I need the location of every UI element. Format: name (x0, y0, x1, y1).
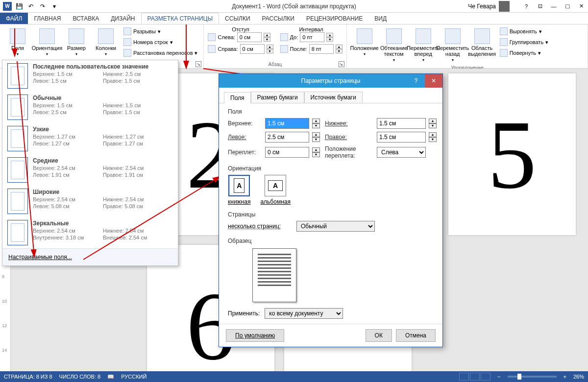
spin-up[interactable]: ▲ (312, 132, 320, 137)
spacing-after-input[interactable] (309, 44, 334, 54)
spin-up[interactable]: ▲ (312, 119, 320, 123)
position-button[interactable]: Положение▾ (351, 26, 378, 64)
word-icon[interactable]: W (2, 1, 13, 12)
tab-file[interactable]: ФАЙЛ (0, 13, 28, 24)
margin-preset-title: Зеркальные (33, 220, 173, 227)
page-5[interactable]: 5 (448, 73, 576, 235)
spin-up[interactable]: ▲ (429, 132, 437, 137)
spin-up[interactable]: ▲ (312, 147, 320, 152)
spin-up[interactable]: ▲ (326, 33, 333, 37)
spin-down[interactable]: ▼ (264, 37, 270, 42)
save-button[interactable]: 💾 (14, 1, 24, 12)
dialog-titlebar[interactable]: Параметры страницы ? ✕ (219, 74, 442, 88)
right-input[interactable] (377, 132, 426, 143)
tab-insert[interactable]: ВСТАВКА (67, 13, 105, 24)
margin-preset-item[interactable]: Узкие Верхнее: 1.27 смНижнее: 1.27 см Ле… (2, 123, 178, 154)
cancel-button[interactable]: Отмена (396, 329, 436, 342)
zoom-level[interactable]: 26% (573, 374, 584, 380)
spin-down[interactable]: ▼ (267, 49, 273, 53)
maximize-button[interactable]: ▢ (561, 1, 574, 12)
top-input[interactable] (265, 118, 309, 129)
status-proofing-icon[interactable]: 📖 (107, 374, 114, 380)
multi-pages-label: несколько страниц: (228, 223, 292, 230)
gutter-pos-select[interactable]: Слева (377, 147, 426, 158)
minimize-button[interactable]: — (547, 1, 561, 12)
portrait-option[interactable]: A книжная (228, 175, 250, 205)
bring-forward-button[interactable]: Переместить вперед▾ (410, 26, 437, 64)
tab-references[interactable]: ССЫЛКИ (219, 13, 256, 24)
tab-home[interactable]: ГЛАВНАЯ (28, 13, 67, 24)
spin-down[interactable]: ▼ (326, 37, 333, 42)
spin-up[interactable]: ▲ (429, 119, 437, 123)
zoom-in-button[interactable]: + (564, 374, 566, 380)
spin-down[interactable]: ▼ (429, 123, 437, 128)
margin-preset-item[interactable]: Средние Верхнее: 2.54 смНижнее: 2.54 см … (2, 154, 178, 186)
rotate-button[interactable]: Повернуть▾ (498, 48, 551, 58)
spin-down[interactable]: ▼ (429, 137, 437, 142)
spacing-before-input[interactable] (300, 32, 324, 42)
tab-mailings[interactable]: РАССЫЛКИ (256, 13, 300, 24)
selection-pane-button[interactable]: Область выделения (468, 26, 496, 64)
spin-down[interactable]: ▼ (312, 123, 320, 128)
ribbon-options-button[interactable]: ⊡ (533, 1, 547, 12)
spin-up[interactable]: ▲ (267, 45, 273, 49)
align-button[interactable]: Выровнять▾ (498, 26, 551, 36)
indent-left-input[interactable] (237, 32, 262, 42)
margin-preset-item[interactable]: Обычные Верхнее: 1.5 смНижнее: 1.5 см Ле… (2, 92, 178, 123)
tab-design[interactable]: ДИЗАЙН (105, 13, 141, 24)
zoom-out-button[interactable]: − (497, 374, 500, 380)
status-words[interactable]: ЧИСЛО СЛОВ: 8 (59, 374, 101, 380)
spin-up[interactable]: ▲ (264, 33, 270, 37)
ok-button[interactable]: ОК (366, 329, 392, 342)
margin-preset-item[interactable]: Широкие Верхнее: 2.54 смНижнее: 2.54 см … (2, 186, 178, 217)
avatar[interactable] (499, 1, 510, 12)
spin-down[interactable]: ▼ (312, 137, 320, 142)
line-numbers-button[interactable]: Номера строк▾ (122, 37, 199, 47)
status-language[interactable]: РУССКИЙ (121, 374, 147, 380)
paragraph-launcher[interactable]: ↘ (339, 61, 344, 67)
view-print-layout[interactable] (470, 373, 480, 381)
spin-up[interactable]: ▲ (336, 45, 343, 49)
qat-customize-button[interactable]: ▾ (49, 1, 60, 12)
dialog-tab-paper[interactable]: Размер бумаги (251, 92, 304, 103)
tab-page-layout[interactable]: РАЗМЕТКА СТРАНИЦЫ (141, 13, 220, 24)
margin-preset-item[interactable]: Последнее пользовательское значение Верх… (2, 60, 178, 92)
hyphenation-button[interactable]: Расстановка переносов▾ (122, 48, 199, 58)
custom-margins-item[interactable]: Настраиваемые поля... (2, 248, 178, 265)
left-input[interactable] (265, 132, 309, 143)
tab-review[interactable]: РЕЦЕНЗИРОВАНИЕ (300, 13, 368, 24)
gutter-input[interactable] (265, 147, 309, 158)
status-page[interactable]: СТРАНИЦА: 8 ИЗ 8 (4, 374, 52, 380)
group-arrange: Положение▾ Обтекание текстом▾ Переместит… (347, 24, 588, 68)
view-web-layout[interactable] (481, 373, 490, 381)
tab-view[interactable]: ВИД (368, 13, 392, 24)
default-button[interactable]: По умолчанию (226, 329, 284, 342)
indent-right-input[interactable] (240, 44, 265, 54)
zoom-slider[interactable] (508, 376, 557, 378)
dialog-close-button[interactable]: ✕ (425, 74, 442, 88)
dialog-tab-fields[interactable]: Поля (224, 92, 251, 103)
send-backward-button[interactable]: Переместить назад▾ (439, 26, 466, 64)
margin-preset-title: Средние (33, 157, 173, 164)
dialog-tab-source[interactable]: Источник бумаги (304, 92, 363, 103)
landscape-option[interactable]: A альбомная (260, 175, 291, 205)
breaks-button[interactable]: Разрывы▾ (122, 26, 199, 36)
dialog-help-button[interactable]: ? (407, 74, 425, 88)
apply-to-select[interactable]: ко всему документу (265, 308, 343, 319)
close-button[interactable]: ✕ (574, 1, 588, 12)
view-read-mode[interactable] (459, 373, 469, 381)
bottom-input[interactable] (377, 118, 426, 129)
landscape-icon: A (265, 175, 286, 196)
position-icon (357, 28, 372, 44)
spin-down[interactable]: ▼ (312, 152, 320, 157)
undo-button[interactable]: ↶ (25, 1, 36, 12)
user-area[interactable]: Че Гевара (468, 1, 510, 12)
help-button[interactable]: ? (519, 1, 533, 12)
redo-button[interactable]: ↷ (37, 1, 48, 12)
margin-preset-item[interactable]: Зеркальные Верхнее: 2.54 смНижнее: 2.54 … (2, 217, 178, 248)
spin-down[interactable]: ▼ (336, 49, 343, 53)
wrap-text-button[interactable]: Обтекание текстом▾ (380, 26, 408, 64)
group-objects-button[interactable]: Группировать▾ (498, 37, 551, 47)
page-setup-launcher[interactable]: ↘ (196, 61, 201, 67)
multi-pages-select[interactable]: Обычный (296, 221, 375, 232)
